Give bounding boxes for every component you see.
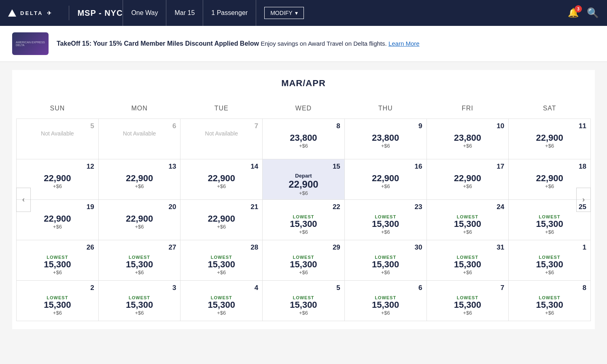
miles-fee: +$6 <box>299 269 308 275</box>
calendar-month-title: MAR/APR <box>16 78 591 89</box>
not-available-label: Not Available <box>21 122 94 137</box>
miles-value: 22,900 <box>126 214 153 224</box>
calendar-cell[interactable]: 23LOWEST15,300+$6 <box>344 200 427 240</box>
miles-value: 22,900 <box>536 174 563 183</box>
calendar-cell[interactable]: 30LOWEST15,300+$6 <box>344 240 427 281</box>
miles-value: 22,900 <box>536 133 563 143</box>
app-header: DELTA ✈ MSP - NYC One Way Mar 15 1 Passe… <box>0 0 607 26</box>
calendar-dow-header: THU <box>344 101 427 119</box>
calendar-cell[interactable]: 22LOWEST15,300+$6 <box>263 200 345 240</box>
miles-fee: +$6 <box>463 143 472 149</box>
calendar-cell[interactable]: 923,800+$6 <box>344 119 427 159</box>
calendar-cell[interactable]: 24LOWEST15,300+$6 <box>427 200 509 240</box>
day-number: 3 <box>172 284 176 292</box>
calendar-cell[interactable]: 1122,900+$6 <box>509 119 591 159</box>
header-right: 🔔 3 🔍 <box>568 7 599 19</box>
day-number: 30 <box>415 243 422 252</box>
chevron-down-icon: ▾ <box>295 10 298 16</box>
day-content: LOWEST15,300+$6 <box>185 284 258 317</box>
airplane-icon: ✈ <box>47 10 53 16</box>
promo-banner: AMERICAN EXPRESSDELTA TakeOff 15: Your 1… <box>0 26 607 62</box>
miles-value: 22,900 <box>208 174 235 183</box>
miles-fee: +$6 <box>299 310 308 316</box>
modify-label: MODIFY <box>270 10 292 16</box>
calendar-dow-header: SAT <box>509 101 591 119</box>
calendar-cell[interactable]: 3LOWEST15,300+$6 <box>98 281 180 321</box>
learn-more-link[interactable]: Learn More <box>388 40 420 47</box>
delta-logo[interactable]: DELTA ✈ <box>8 9 53 17</box>
miles-fee: +$6 <box>381 310 390 316</box>
day-content: LOWEST15,300+$6 <box>513 243 586 277</box>
day-number: 29 <box>333 243 340 252</box>
day-content: LOWEST15,300+$6 <box>513 203 586 237</box>
promo-subtitle: Enjoy savings on Award Travel on Delta f… <box>261 40 387 47</box>
miles-value: 15,300 <box>536 260 563 269</box>
miles-fee: +$6 <box>53 310 62 316</box>
calendar-cell[interactable]: 6LOWEST15,300+$6 <box>344 281 427 321</box>
calendar-cell[interactable]: 1422,900+$6 <box>180 159 263 200</box>
day-number: 8 <box>583 284 586 292</box>
search-button[interactable]: 🔍 <box>587 7 599 19</box>
miles-fee: +$6 <box>135 310 144 316</box>
calendar-cell[interactable]: 1622,900+$6 <box>344 159 427 200</box>
calendar-table: SUNMONTUEWEDTHUFRISAT 5Not Available6Not… <box>16 101 591 321</box>
calendar-cell[interactable]: 1023,800+$6 <box>427 119 509 159</box>
calendar-cell: 5Not Available <box>17 119 99 159</box>
promo-text: TakeOff 15: Your 15% Card Member Miles D… <box>57 40 420 47</box>
calendar-cell[interactable]: 28LOWEST15,300+$6 <box>180 240 263 281</box>
miles-value: 15,300 <box>208 300 235 310</box>
calendar-cell[interactable]: 2LOWEST15,300+$6 <box>17 281 99 321</box>
miles-value: 15,300 <box>454 300 481 310</box>
calendar-cell[interactable]: 4LOWEST15,300+$6 <box>180 281 263 321</box>
prev-month-button[interactable]: ‹ <box>16 188 31 212</box>
day-number: 11 <box>579 122 586 130</box>
miles-fee: +$6 <box>545 229 554 235</box>
calendar-dow-header: FRI <box>427 101 509 119</box>
calendar-cell[interactable]: 823,800+$6 <box>263 119 345 159</box>
calendar-cell: 7Not Available <box>180 119 263 159</box>
miles-fee: +$6 <box>463 269 472 275</box>
day-number: 8 <box>336 122 340 130</box>
calendar-cell[interactable]: 2022,900+$6 <box>98 200 180 240</box>
day-number: 24 <box>497 203 504 211</box>
day-content: LOWEST15,300+$6 <box>267 243 340 277</box>
next-month-button[interactable]: › <box>576 188 591 212</box>
calendar-cell[interactable]: 5LOWEST15,300+$6 <box>263 281 345 321</box>
miles-value: 15,300 <box>290 300 317 310</box>
calendar-dow-header: TUE <box>180 101 263 119</box>
header-meta: One Way Mar 15 1 Passenger <box>123 0 256 26</box>
calendar-cell[interactable]: 27LOWEST15,300+$6 <box>98 240 180 281</box>
day-number: 6 <box>418 284 422 292</box>
calendar-cell[interactable]: 31LOWEST15,300+$6 <box>427 240 509 281</box>
miles-fee: +$6 <box>299 229 308 235</box>
miles-fee: +$6 <box>135 269 144 275</box>
day-content: 22,900+$6 <box>103 203 176 237</box>
calendar-row: 5Not Available6Not Available7Not Availab… <box>17 119 591 159</box>
calendar-cell: 6Not Available <box>98 119 180 159</box>
calendar-cell[interactable]: 1322,900+$6 <box>98 159 180 200</box>
day-content: LOWEST15,300+$6 <box>349 203 422 237</box>
calendar-cell[interactable]: 29LOWEST15,300+$6 <box>263 240 345 281</box>
calendar-cell[interactable]: 1LOWEST15,300+$6 <box>509 240 591 281</box>
miles-value: 22,900 <box>372 174 399 183</box>
day-number: 15 <box>333 163 340 171</box>
day-content: 22,900+$6 <box>21 203 94 237</box>
calendar-cell[interactable]: 8LOWEST15,300+$6 <box>509 281 591 321</box>
calendar-cell[interactable]: 15Depart22,900+$6 <box>263 159 345 200</box>
day-number: 18 <box>579 163 586 171</box>
miles-value: 15,300 <box>536 300 563 310</box>
day-number: 7 <box>501 284 504 292</box>
calendar-cell[interactable]: 7LOWEST15,300+$6 <box>427 281 509 321</box>
calendar-cell[interactable]: 2122,900+$6 <box>180 200 263 240</box>
day-content: 22,900+$6 <box>185 163 258 196</box>
notifications-button[interactable]: 🔔 3 <box>568 8 579 18</box>
day-number: 23 <box>415 203 422 211</box>
miles-value: 22,900 <box>44 214 71 224</box>
day-content: LOWEST15,300+$6 <box>267 203 340 237</box>
day-content: LOWEST15,300+$6 <box>349 284 422 317</box>
modify-button[interactable]: MODIFY ▾ <box>264 7 304 19</box>
calendar-cell[interactable]: 26LOWEST15,300+$6 <box>17 240 99 281</box>
day-content: LOWEST15,300+$6 <box>103 243 176 277</box>
calendar-cell[interactable]: 1722,900+$6 <box>427 159 509 200</box>
miles-fee: +$6 <box>463 229 472 235</box>
